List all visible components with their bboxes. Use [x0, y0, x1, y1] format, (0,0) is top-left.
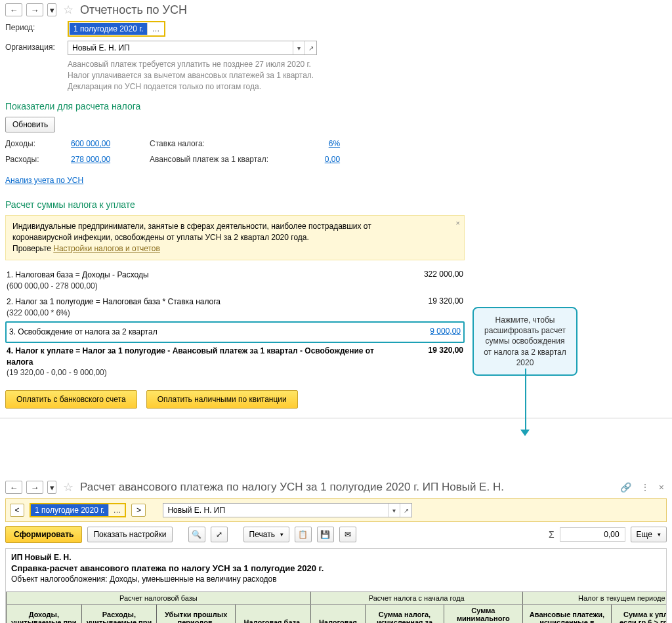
advance-label: Авансовый платеж за 1 квартал:: [150, 155, 294, 164]
pay-cash-button[interactable]: Оплатить наличными по квитанции: [146, 390, 298, 409]
nav-dropdown-2[interactable]: ▾: [47, 481, 56, 494]
rate-label: Ставка налога:: [150, 139, 294, 148]
info-text: Авансовый платеж требуется уплатить не п…: [68, 59, 667, 92]
email-icon[interactable]: ✉: [339, 527, 356, 542]
notice-box: Индивидуальные предприниматели, занятые …: [5, 215, 465, 260]
callout-arrow: [525, 369, 526, 430]
report-title: Расчет авансового платежа по налогу УСН …: [80, 481, 614, 494]
page-title: Отчетность по УСН: [80, 3, 187, 17]
calc-row-1: 1. Налоговая база = Доходы - Расходы (60…: [7, 270, 411, 292]
period-input-2[interactable]: 1 полугодие 2020 г. …: [30, 503, 126, 517]
rep-heading: Справка-расчет авансового платежа по нал…: [11, 563, 661, 573]
period-picker[interactable]: …: [147, 23, 163, 35]
save-icon[interactable]: 💾: [317, 527, 334, 542]
callout-tooltip: Нажмите, чтобы расшифровать расчет суммы…: [472, 307, 578, 376]
nav-dropdown[interactable]: ▾: [47, 3, 56, 16]
report-params-bar: < 1 полугодие 2020 г. … > Новый Е. Н. ИП…: [5, 498, 667, 522]
period-input[interactable]: 1 полугодие 2020 г. …: [68, 21, 165, 37]
analysis-link[interactable]: Анализ учета по УСН: [5, 176, 83, 185]
income-label: Доходы:: [5, 139, 71, 148]
back-button[interactable]: ←: [5, 3, 22, 16]
sum-display: 0,00: [560, 527, 625, 542]
more-button[interactable]: Еще▾: [631, 527, 667, 542]
link-icon[interactable]: 🔗: [618, 482, 634, 492]
favorite-icon-2[interactable]: ☆: [63, 480, 74, 494]
org-dropdown[interactable]: ▾: [293, 41, 304, 54]
rate-link[interactable]: 6%: [294, 139, 340, 148]
org-input-2[interactable]: Новый Е. Н. ИП: [163, 504, 388, 517]
top-toolbar: ← → ▾ ☆ Отчетность по УСН: [5, 3, 667, 17]
forward-button[interactable]: →: [26, 3, 43, 16]
forward-button-2[interactable]: →: [26, 481, 43, 494]
exemption-link[interactable]: 9 000,00: [430, 327, 461, 336]
rep-ip: ИП Новый Е. Н.: [11, 553, 661, 562]
org-input[interactable]: Новый Е. Н. ИП: [68, 41, 293, 54]
refresh-button[interactable]: Обновить: [5, 117, 55, 132]
calc-row-3: 3. Освобождение от налога за 2 квартал: [9, 327, 408, 338]
section-calc: Расчет суммы налога к уплате: [5, 199, 667, 210]
generate-button[interactable]: Сформировать: [5, 526, 82, 543]
calc-row-4: 4. Налог к уплате = Налог за 1 полугодие…: [7, 346, 411, 378]
search-icon[interactable]: 🔍: [188, 527, 205, 542]
notice-close[interactable]: ×: [456, 218, 460, 228]
register-icon[interactable]: 📋: [295, 527, 312, 542]
show-settings-button[interactable]: Показать настройки: [87, 527, 172, 542]
callout-arrowhead: [520, 430, 530, 436]
income-link[interactable]: 600 000,00: [71, 139, 110, 148]
period-prev[interactable]: <: [10, 504, 24, 517]
org-dropdown-2[interactable]: ▾: [388, 504, 400, 517]
period-next[interactable]: >: [131, 504, 146, 517]
period-picker-2[interactable]: …: [108, 504, 125, 516]
org-open-2[interactable]: ↗: [400, 504, 411, 517]
calc-row-2: 2. Налог за 1 полугодие = Налоговая база…: [7, 296, 411, 319]
advance-link[interactable]: 0,00: [294, 155, 340, 164]
section-indicators: Показатели для расчета налога: [5, 101, 667, 111]
notice-settings-link[interactable]: Настройки налогов и отчетов: [53, 244, 160, 253]
expense-label: Расходы:: [5, 155, 71, 164]
sigma-label: Σ: [549, 529, 555, 540]
close-icon[interactable]: ×: [656, 482, 667, 492]
org-label: Организация:: [5, 41, 68, 52]
pay-bank-button[interactable]: Оплатить с банковского счета: [5, 390, 137, 409]
more-icon[interactable]: ⋮: [638, 482, 652, 492]
expense-link[interactable]: 278 000,00: [71, 155, 110, 164]
back-button-2[interactable]: ←: [5, 481, 22, 494]
org-open[interactable]: ↗: [304, 41, 316, 54]
period-label: Период:: [5, 21, 68, 32]
expand-icon[interactable]: ⤢: [211, 527, 228, 542]
favorite-icon[interactable]: ☆: [63, 3, 74, 17]
report-table: Расчет налоговой базы Расчет налога с на…: [6, 592, 667, 623]
print-button[interactable]: Печать▾: [243, 527, 289, 542]
rep-object: Объект налогообложения: Доходы, уменьшен…: [11, 574, 661, 584]
